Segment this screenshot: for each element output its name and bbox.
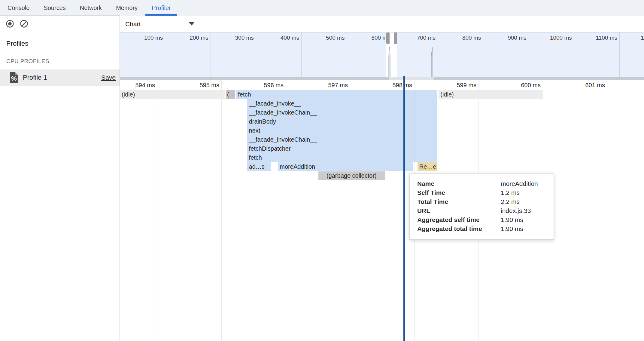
ruler-tick-line bbox=[607, 80, 607, 341]
selection-handle-right[interactable] bbox=[394, 32, 397, 44]
flame-frame[interactable]: (… bbox=[226, 90, 235, 99]
tooltip-label: Name bbox=[417, 180, 501, 187]
flame-frame[interactable]: fetch bbox=[247, 153, 437, 162]
overview-tick-label: 1200 ms bbox=[630, 35, 644, 41]
svg-text:%: % bbox=[11, 75, 17, 82]
view-mode-value: Chart bbox=[125, 20, 141, 28]
tooltip-value: 2.2 ms bbox=[501, 198, 520, 205]
ruler-tick-label: 598 ms bbox=[376, 82, 412, 89]
tab-console[interactable]: Console bbox=[1, 0, 36, 16]
flame-chart[interactable]: 594 ms595 ms596 ms597 ms598 ms599 ms600 … bbox=[120, 80, 644, 341]
tooltip-value: 1.90 ms bbox=[501, 216, 523, 223]
overview-tick-line bbox=[165, 32, 165, 77]
record-icon[interactable] bbox=[6, 20, 14, 28]
flame-frame[interactable]: Re…e bbox=[418, 162, 437, 171]
profile-document-icon: % bbox=[9, 72, 19, 84]
flame-frame[interactable]: next bbox=[247, 126, 437, 135]
overview-tick-line bbox=[211, 32, 211, 77]
selection-handle-left[interactable] bbox=[386, 32, 390, 44]
tooltip-label: URL bbox=[417, 207, 501, 214]
ruler-tick-line bbox=[221, 80, 222, 341]
overview-tick-line bbox=[347, 32, 347, 77]
flame-frame[interactable]: drainBody bbox=[247, 117, 437, 126]
tooltip-value: index.js:33 bbox=[501, 207, 531, 214]
overview-tick-label: 200 ms bbox=[175, 35, 208, 41]
overview-tick-label: 1100 ms bbox=[584, 35, 617, 41]
profiles-sidebar: Profiles CPU PROFILES % Profile 1 Save bbox=[0, 16, 120, 341]
overview-scroll-indicator[interactable] bbox=[120, 77, 644, 80]
clear-icon[interactable] bbox=[20, 20, 28, 28]
tooltip-label: Aggregated self time bbox=[417, 216, 501, 223]
flame-frame[interactable]: (garbage collector) bbox=[318, 171, 384, 180]
tab-sources[interactable]: Sources bbox=[37, 0, 72, 16]
tab-profiler[interactable]: Profiler bbox=[145, 0, 177, 16]
overview-scroll-thumb[interactable] bbox=[389, 77, 433, 80]
overview-tick-label: 100 ms bbox=[130, 35, 163, 41]
flame-frame[interactable]: (idle) bbox=[439, 90, 543, 99]
profile-name: Profile 1 bbox=[23, 74, 47, 81]
overview-tick-line bbox=[529, 32, 529, 77]
overview-tick-line bbox=[256, 32, 256, 77]
tooltip-value: moreAddition bbox=[501, 180, 538, 187]
cpu-activity-spike bbox=[431, 47, 434, 77]
overview-tick-label: 500 ms bbox=[311, 35, 345, 41]
tooltip-value: 1.2 ms bbox=[501, 189, 520, 196]
overview-tick-line bbox=[619, 32, 620, 77]
tab-network[interactable]: Network bbox=[74, 0, 108, 16]
sidebar-toolbar bbox=[0, 16, 120, 32]
devtools-window: Console Sources Network Memory Profiler … bbox=[0, 0, 644, 341]
overview-tick-line bbox=[438, 32, 438, 77]
flame-frame[interactable]: moreAddition bbox=[278, 162, 413, 171]
tooltip-label: Total Time bbox=[417, 198, 501, 205]
overview-tick-label: 600 ms bbox=[357, 35, 390, 41]
overview-tick-line bbox=[483, 32, 483, 77]
save-profile-link[interactable]: Save bbox=[101, 74, 116, 81]
cpu-profiles-heading: CPU PROFILES bbox=[6, 58, 49, 65]
frame-tooltip: NamemoreAddition Self Time1.2 ms Total T… bbox=[409, 174, 554, 240]
flame-frame[interactable]: __facade_invokeChain__ bbox=[247, 108, 437, 117]
flame-frame[interactable]: (idle) bbox=[120, 90, 225, 99]
flame-frame[interactable]: fetch bbox=[236, 90, 437, 99]
overview-tick-label: 300 ms bbox=[221, 35, 254, 41]
ruler-tick-label: 601 ms bbox=[569, 82, 605, 89]
tooltip-value: 1.90 ms bbox=[501, 225, 523, 232]
ruler-tick-label: 594 ms bbox=[120, 82, 155, 89]
overview-tick-line bbox=[301, 32, 302, 77]
tab-bar: Console Sources Network Memory Profiler bbox=[0, 0, 644, 16]
overview-tick-label: 800 ms bbox=[448, 35, 481, 41]
ruler-tick-label: 596 ms bbox=[248, 82, 284, 89]
profiles-title: Profiles bbox=[6, 40, 28, 48]
tab-memory[interactable]: Memory bbox=[110, 0, 144, 16]
profiler-toolbar: Chart bbox=[120, 16, 644, 32]
flame-frame[interactable]: ad…s bbox=[247, 162, 271, 171]
time-marker-line[interactable] bbox=[403, 76, 405, 341]
overview-tick-label: 900 ms bbox=[494, 35, 527, 41]
overview-tick-line bbox=[574, 32, 574, 77]
triangle-down-icon bbox=[189, 22, 194, 26]
flame-frame[interactable]: fetchDispatcher bbox=[247, 144, 437, 153]
ruler-tick-line bbox=[157, 80, 157, 341]
overview-tick-label: 400 ms bbox=[266, 35, 299, 41]
ruler-tick-label: 595 ms bbox=[183, 82, 219, 89]
tooltip-label: Aggregated total time bbox=[417, 225, 501, 232]
flame-frame[interactable]: __facade_invoke__ bbox=[247, 99, 437, 108]
cpu-activity-spike bbox=[388, 47, 391, 77]
profile-list-item[interactable]: % Profile 1 Save bbox=[0, 69, 120, 86]
flame-frame[interactable]: __facade_invokeChain__ bbox=[247, 135, 437, 144]
view-mode-dropdown[interactable]: Chart bbox=[125, 16, 194, 32]
overview-tick-label: 700 ms bbox=[402, 35, 436, 41]
ruler-tick-label: 600 ms bbox=[505, 82, 541, 89]
ruler-tick-label: 597 ms bbox=[312, 82, 348, 89]
ruler-tick-label: 599 ms bbox=[440, 82, 476, 89]
overview-tick-label: 1000 ms bbox=[539, 35, 572, 41]
timeline-overview[interactable]: 100 ms200 ms300 ms400 ms500 ms600 ms700 … bbox=[120, 32, 644, 77]
tooltip-label: Self Time bbox=[417, 189, 501, 196]
